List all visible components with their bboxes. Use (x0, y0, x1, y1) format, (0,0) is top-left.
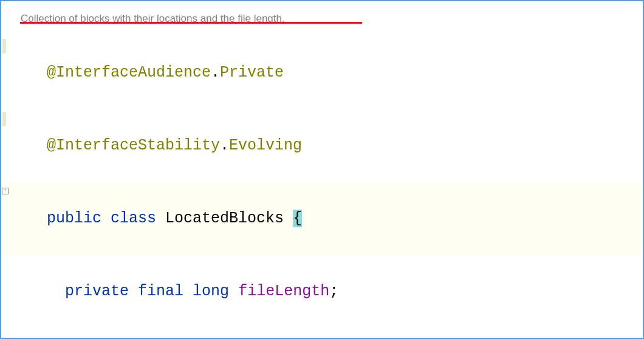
open-brace: { (293, 210, 302, 227)
fold-collapse-icon[interactable]: + (2, 188, 9, 194)
annotation-private: Private (220, 64, 284, 81)
kw-class: class (111, 210, 156, 227)
annotation-evolving: Evolving (229, 137, 302, 154)
code-editor[interactable]: @InterfaceAudience.Private @InterfaceSta… (1, 33, 643, 339)
kw-final: final (138, 282, 183, 300)
annotation-line-2: @InterfaceStability.Evolving (1, 109, 643, 182)
semicolon: ; (329, 282, 338, 300)
type-long: long (193, 282, 229, 300)
kw-public: public (47, 210, 101, 227)
class-name: LocatedBlocks (165, 210, 284, 227)
kw-private: private (65, 282, 129, 300)
gutter-mark-icon (2, 112, 6, 126)
underline-annotation (20, 22, 362, 24)
comment-line: // array of blocks with prioritized loca… (1, 328, 643, 339)
annotation-audience: InterfaceAudience (56, 64, 211, 81)
field-line-fileLength: private final long fileLength; (1, 255, 643, 328)
annotation-line-1: @InterfaceAudience.Private (1, 36, 643, 109)
annotation-stability: InterfaceStability (56, 137, 220, 154)
dot: . (220, 137, 229, 154)
doc-comment-text: Collection of blocks with their location… (21, 10, 285, 27)
gutter-mark-icon (2, 39, 6, 53)
at-sign: @ (47, 137, 56, 154)
at-sign: @ (47, 64, 56, 81)
dot: . (211, 64, 220, 81)
field-fileLength: fileLength (238, 282, 329, 300)
class-declaration-line: +public class LocatedBlocks { (1, 182, 643, 255)
doc-comment-area: Collection of blocks with their location… (1, 1, 643, 33)
